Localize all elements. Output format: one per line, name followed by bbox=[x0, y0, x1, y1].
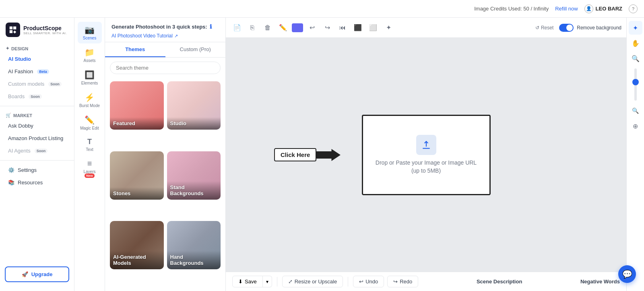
sidebar-item-ai-agents[interactable]: AI Agents Soon bbox=[2, 144, 72, 157]
bottom-sep-2 bbox=[348, 277, 348, 287]
drop-zone[interactable]: Drop or Paste your Image or Image URL (u… bbox=[362, 115, 491, 195]
user-menu[interactable]: 👤 LEO BARZ bbox=[584, 4, 622, 13]
market-section-label: 🛒 MARKET bbox=[0, 109, 74, 120]
toolbar-filter-btn[interactable]: ✦ bbox=[382, 21, 395, 34]
upgrade-label: Upgrade bbox=[31, 271, 53, 277]
scenes-panel: Generate Photoshoot in 3 quick steps: ℹ … bbox=[105, 18, 226, 291]
toggle-switch[interactable] bbox=[559, 24, 574, 32]
undo-button[interactable]: ↩ Undo bbox=[353, 276, 384, 287]
sidebar-item-custom-models[interactable]: Custom models Soon bbox=[2, 78, 72, 90]
click-here-arrow: Click Here bbox=[274, 147, 341, 163]
amazon-listing-label: Amazon Product Listing bbox=[8, 135, 63, 141]
nav-item-elements[interactable]: 🔲 Elements bbox=[78, 67, 102, 89]
nav-item-layers[interactable]: ≡ Layers New bbox=[78, 156, 102, 181]
scene-card-stand-backgrounds[interactable]: Stand Backgrounds bbox=[167, 151, 221, 200]
redo-button[interactable]: ↪ Redo bbox=[387, 276, 418, 287]
scenes-tabs: Themes Custom (Pro) bbox=[105, 42, 225, 58]
refill-button[interactable]: Refill now bbox=[555, 6, 578, 12]
right-zoom-in-btn[interactable]: 🔍 bbox=[629, 52, 642, 65]
nav-item-assets[interactable]: 📁 Assets bbox=[78, 44, 102, 66]
scene-card-featured[interactable]: Featured bbox=[110, 81, 164, 130]
upload-icon bbox=[416, 135, 436, 155]
drop-zone-text: Drop or Paste your Image or Image URL (u… bbox=[376, 159, 477, 175]
reset-button[interactable]: ↺ Reset bbox=[535, 25, 553, 31]
right-zoom-out-btn[interactable]: 🔍 bbox=[629, 104, 642, 118]
toolbar-copy-btn[interactable]: ⎘ bbox=[246, 21, 259, 34]
help-button[interactable]: ? bbox=[629, 4, 638, 13]
sidebar: ProductScope SELL SMARTER. WITH AI. ✦ DE… bbox=[0, 18, 74, 291]
toolbar-crop-btn[interactable]: ⬜ bbox=[367, 21, 380, 34]
save-button[interactable]: ⬇ Save bbox=[232, 276, 263, 287]
sidebar-item-ai-fashion[interactable]: AI Fashion Beta bbox=[2, 65, 72, 78]
tutorial-link[interactable]: AI Photoshoot Video Tutorial ↗ bbox=[111, 33, 219, 39]
sidebar-divider bbox=[0, 106, 74, 106]
scene-card-studio[interactable]: Studio bbox=[167, 81, 221, 130]
remove-bg-toggle[interactable]: Remove background bbox=[559, 24, 621, 32]
right-hand-btn[interactable]: ✋ bbox=[629, 36, 642, 50]
scene-card-ai-generated-models[interactable]: AI-Generated Models bbox=[110, 221, 164, 269]
text-icon: T bbox=[87, 138, 92, 146]
sidebar-item-boards[interactable]: Boards Soon bbox=[2, 90, 72, 103]
logo-text: ProductScope SELL SMARTER. WITH AI. bbox=[23, 25, 67, 35]
credits-text: Image Credits Used: 50 / Infinity bbox=[474, 6, 549, 12]
toolbar-delete-btn[interactable]: 🗑 bbox=[261, 21, 274, 34]
nav-item-scenes[interactable]: 📷 Scenes bbox=[78, 22, 102, 43]
right-panel: ✦ ✋ 🔍 🔍 ⊕ bbox=[626, 18, 644, 291]
remove-bg-label: Remove background bbox=[577, 25, 621, 31]
nav-item-burst-mode[interactable]: ⚡ Burst Mode bbox=[78, 89, 102, 111]
sidebar-item-settings[interactable]: ⚙️ Settings bbox=[2, 164, 72, 176]
toolbar-edit-btn[interactable]: ✏️ bbox=[277, 21, 289, 34]
toolbar-new-btn[interactable]: 📄 bbox=[231, 21, 244, 34]
sidebar-item-ask-dobby[interactable]: Ask Dobby bbox=[2, 120, 72, 132]
nav-item-magic-edit[interactable]: ✏️ Magic Edit bbox=[78, 112, 102, 134]
ai-agents-label: AI Agents bbox=[8, 148, 31, 154]
toolbar-undo-btn[interactable]: ↩ bbox=[305, 21, 318, 34]
chat-fab-button[interactable]: 💬 bbox=[618, 265, 636, 283]
upgrade-button[interactable]: 🚀 Upgrade bbox=[5, 266, 69, 282]
resize-upscale-button[interactable]: ⤢ Resize or Upscale bbox=[282, 276, 343, 287]
scene-card-stones[interactable]: Stones bbox=[110, 151, 164, 200]
settings-label: Settings bbox=[18, 167, 37, 173]
tab-custom-pro[interactable]: Custom (Pro) bbox=[165, 42, 226, 57]
resize-label: Resize or Upscale bbox=[295, 279, 337, 285]
toolbar-redo-btn[interactable]: ↪ bbox=[321, 21, 334, 34]
boards-label: Boards bbox=[8, 93, 25, 99]
undo-label: Undo bbox=[365, 279, 378, 285]
svg-marker-0 bbox=[316, 149, 341, 161]
scenes-grid: Featured Studio Stones Stand Backgrounds… bbox=[105, 78, 225, 291]
assets-icon: 📁 bbox=[85, 47, 95, 57]
right-target-btn[interactable]: ⊕ bbox=[629, 119, 642, 133]
scene-card-hand-backgrounds[interactable]: Hand Backgrounds bbox=[167, 221, 221, 269]
scene-desc-label: Scene Description bbox=[477, 279, 522, 285]
settings-icon: ⚙️ bbox=[8, 167, 14, 173]
arrow-icon bbox=[316, 147, 341, 163]
toolbar-prev-btn[interactable]: ⏮ bbox=[336, 21, 349, 34]
scenes-icon: 📷 bbox=[85, 25, 95, 35]
scene-card-label-studio: Studio bbox=[167, 117, 221, 130]
external-link-icon: ↗ bbox=[174, 33, 178, 39]
toolbar-align-btn[interactable]: ⬛ bbox=[351, 21, 364, 34]
design-icon: ✦ bbox=[6, 46, 9, 51]
bottom-sep-1 bbox=[277, 277, 277, 287]
scene-card-label-stand-backgrounds: Stand Backgrounds bbox=[167, 181, 221, 200]
ai-agents-badge: Soon bbox=[35, 149, 48, 153]
right-magic-btn[interactable]: ✦ bbox=[629, 21, 642, 35]
sidebar-item-ai-studio[interactable]: AI Studio bbox=[2, 53, 72, 65]
nav-item-text[interactable]: T Text bbox=[78, 134, 102, 155]
save-caret-button[interactable]: ▾ bbox=[263, 276, 272, 287]
info-icon: ℹ bbox=[210, 23, 212, 30]
canvas-area: 📄 ⎘ 🗑 ✏️ ↩ ↪ ⏮ ⬛ ⬜ ✦ ↺ Reset Remove back… bbox=[226, 18, 626, 291]
logo-name: ProductScope bbox=[23, 25, 67, 31]
search-input[interactable] bbox=[110, 62, 221, 74]
tab-themes[interactable]: Themes bbox=[105, 42, 165, 57]
zoom-slider[interactable] bbox=[634, 68, 637, 101]
scene-card-label-hand-backgrounds: Hand Backgrounds bbox=[167, 251, 221, 269]
sidebar-item-resources[interactable]: 📚 Resources bbox=[2, 176, 72, 189]
sidebar-item-amazon-listing[interactable]: Amazon Product Listing bbox=[2, 132, 72, 144]
nav-label-assets: Assets bbox=[83, 58, 95, 63]
undo-icon: ↩ bbox=[359, 279, 363, 285]
market-icon: 🛒 bbox=[6, 113, 11, 118]
toolbar-color-btn[interactable] bbox=[292, 23, 303, 32]
scene-card-label-featured: Featured bbox=[110, 117, 164, 130]
canvas-main[interactable]: Click Here Drop or Paste your Image or I… bbox=[226, 38, 626, 272]
